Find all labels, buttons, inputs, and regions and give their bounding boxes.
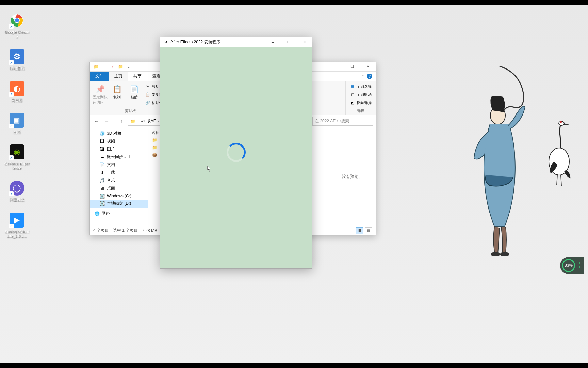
sidebar-item[interactable]: ☁微云同步助手	[90, 153, 148, 161]
back-button[interactable]: ←	[93, 117, 101, 125]
desktop-icons: ↗Google Chrome⚙↗驱动总裁◐↗向日葵▣↗图压◉↗GeForce E…	[4, 12, 31, 248]
folder-icon: 🎵	[99, 178, 105, 183]
desktop-icon-geforce[interactable]: ◉↗GeForce Experience	[4, 144, 30, 170]
sidebar-item-label: 网络	[102, 211, 110, 216]
desktop-icon-aliyun[interactable]: ◯↗阿里云盘	[4, 180, 30, 202]
icons-view-button[interactable]: ▦	[365, 227, 372, 234]
forward-button[interactable]: →	[103, 117, 111, 125]
history-dropdown-icon[interactable]: ⌄	[113, 120, 116, 123]
qat-dropdown-icon[interactable]: ⌄	[126, 64, 131, 70]
wallpaper-illustration: 83% ↑ 1.2↓ 1.5	[466, 49, 588, 271]
maximize-button: ☐	[281, 37, 296, 47]
folder-icon[interactable]: 📁	[118, 64, 123, 70]
icon-label: 驱动总裁	[10, 66, 24, 71]
sidebar-item-label: 音乐	[107, 178, 115, 183]
app-icon: ◉↗	[9, 144, 25, 160]
sidebar-item[interactable]: 🎵音乐	[90, 177, 148, 184]
svg-point-8	[15, 18, 19, 23]
minimize-button[interactable]: ─	[265, 37, 281, 47]
invert-selection-button[interactable]: ◩反向选择	[348, 99, 373, 106]
app-icon: M	[163, 40, 168, 45]
folder-icon: 📄	[99, 162, 105, 168]
folder-icon: 📁	[93, 64, 99, 70]
net-speed: ↑ 1.2↓ 1.5	[576, 261, 583, 269]
shortcut-arrow-icon: ↗	[9, 191, 14, 196]
sidebar-item[interactable]: 💽本地磁盘 (D:)	[90, 200, 148, 208]
chevron-right-icon[interactable]: ›	[158, 119, 159, 124]
folder-icon: 💽	[99, 201, 105, 206]
svg-point-1	[491, 252, 500, 256]
sidebar-item[interactable]: 📄文档	[90, 161, 148, 169]
file-icon: 📦	[152, 152, 157, 158]
select-group-label: 选择	[348, 108, 373, 115]
icon-label: 向日葵	[11, 98, 22, 103]
breadcrumb-segment[interactable]: win版AE	[141, 118, 156, 124]
sidebar-item[interactable]: 🖥桌面	[90, 184, 148, 192]
sidebar-item[interactable]: 🎞视频	[90, 137, 148, 145]
paste-icon: 📄	[129, 84, 140, 95]
folder-icon: 🎞	[99, 139, 105, 144]
search-input[interactable]: 在 2022 AE 中搜索	[312, 117, 373, 126]
folder-icon: 🖥	[99, 186, 105, 191]
selection-count: 选中 1 个项目	[113, 228, 138, 233]
select-none-icon: ▢	[350, 92, 355, 97]
item-count: 4 个项目	[93, 228, 109, 233]
details-view-button[interactable]: ☰	[356, 227, 363, 234]
sidebar-item[interactable]: ⬇下载	[90, 169, 148, 177]
maximize-button[interactable]: ☐	[344, 62, 360, 72]
folder-icon: 📁	[130, 119, 135, 124]
app-icon: ▣↗	[9, 112, 25, 128]
selection-size: 7.28 MB	[142, 228, 157, 233]
clipboard-group-label: 剪贴板	[93, 108, 168, 115]
desktop-icon-driver[interactable]: ⚙↗驱动总裁	[4, 48, 30, 71]
paste-button[interactable]: 📄粘贴	[127, 82, 142, 100]
folder-icon: ⬇	[99, 170, 105, 175]
close-button[interactable]: ✕	[296, 37, 312, 47]
up-button[interactable]: ↑	[118, 117, 126, 125]
pin-icon: 📌	[95, 84, 105, 95]
icon-label: 图压	[13, 130, 21, 134]
sidebar-item-network[interactable]: 🌐网络	[90, 210, 148, 217]
installer-window: M After Effects 2022 安装程序 ─ ☐ ✕	[160, 37, 312, 269]
icon-label: Google Chrome	[4, 30, 30, 39]
shortcut-arrow-icon: ↗	[9, 155, 14, 160]
desktop-icon-chrome[interactable]: ↗Google Chrome	[4, 12, 30, 39]
sidebar-item[interactable]: 🖼图片	[90, 145, 148, 153]
folder-icon: 💽	[99, 193, 105, 199]
icon-label: SunloginClientLite_1.0.1...	[4, 230, 30, 239]
pin-button[interactable]: 📌固定到快速访问	[93, 82, 108, 105]
sidebar-item-label: 视频	[107, 138, 115, 144]
help-icon[interactable]: ?	[367, 74, 372, 79]
properties-icon[interactable]: ☑	[110, 64, 115, 70]
sidebar-item[interactable]: 🧊3D 对象	[90, 129, 148, 137]
folder-icon: 🧊	[99, 131, 105, 136]
icon-label: GeForce Experience	[4, 162, 30, 170]
sidebar-item[interactable]: 💽Windows (C:)	[90, 192, 148, 200]
desktop: 83% ↑ 1.2↓ 1.5 ↗Google Chrome⚙↗驱动总裁◐↗向日葵…	[0, 5, 588, 363]
sidebar-item-label: 文档	[107, 162, 115, 168]
shortcut-arrow-icon: ↗	[9, 60, 14, 65]
performance-widget[interactable]: 83% ↑ 1.2↓ 1.5	[560, 257, 584, 274]
divider: |	[101, 64, 107, 70]
minimize-button[interactable]: ─	[329, 62, 344, 72]
desktop-icon-xiangrikui[interactable]: ◐↗向日葵	[4, 80, 30, 103]
select-none-button[interactable]: ▢全部取消	[348, 91, 373, 98]
tab-home[interactable]: 主页	[109, 72, 128, 81]
app-icon: ◯↗	[9, 180, 25, 196]
copy-button[interactable]: 📋复制	[110, 82, 125, 100]
sidebar-item-label: 本地磁盘 (D:)	[107, 201, 131, 206]
app-icon: ↗	[9, 12, 25, 29]
tab-file[interactable]: 文件	[90, 72, 109, 81]
select-all-button[interactable]: ▦全部选择	[348, 82, 373, 90]
tab-share[interactable]: 共享	[128, 72, 147, 81]
desktop-icon-sunlogin[interactable]: ▶↗SunloginClientLite_1.0.1...	[4, 212, 30, 239]
collapse-ribbon-icon[interactable]: ⌃	[362, 74, 365, 78]
navigation-pane[interactable]: 🧊3D 对象🎞视频🖼图片☁微云同步助手📄文档⬇下载🎵音乐🖥桌面💽Windows …	[90, 127, 148, 226]
svg-point-4	[560, 121, 562, 123]
path-icon: 📋	[145, 92, 150, 97]
installer-titlebar[interactable]: M After Effects 2022 安装程序 ─ ☐ ✕	[160, 37, 312, 47]
copy-icon: 📋	[112, 84, 122, 95]
file-icon: 📁	[152, 145, 157, 150]
close-button[interactable]: ✕	[360, 62, 376, 72]
desktop-icon-tuya[interactable]: ▣↗图压	[4, 112, 30, 134]
